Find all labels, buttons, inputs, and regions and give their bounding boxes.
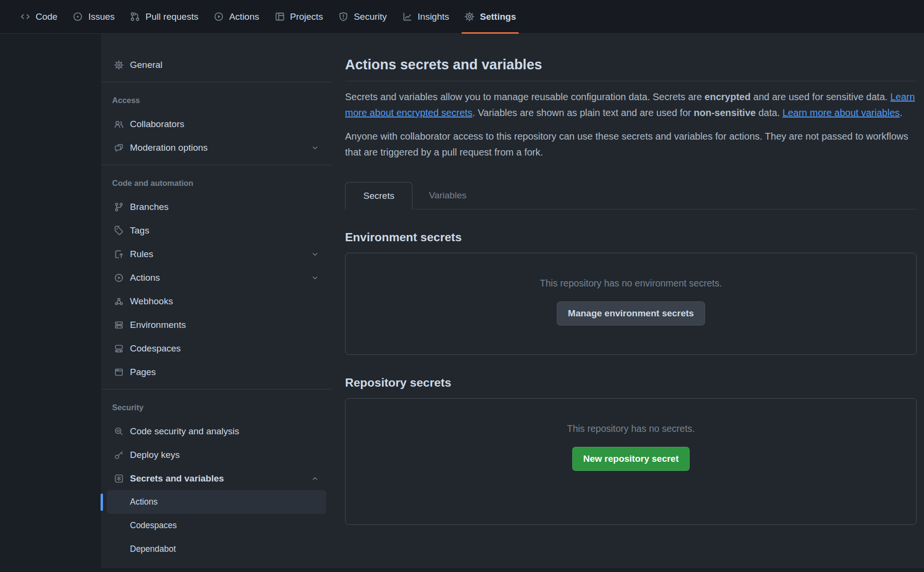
- sidebar-item-label: Webhooks: [130, 296, 173, 307]
- sidebar-item-rules[interactable]: Rules: [101, 242, 332, 266]
- secrets-variables-tablist: Secrets Variables: [345, 182, 917, 209]
- nav-tab-label: Security: [354, 12, 387, 22]
- sidebar-subitem-codespaces[interactable]: Codespaces: [107, 514, 326, 537]
- sidebar-item-codespaces[interactable]: Codespaces: [101, 337, 332, 360]
- gear-icon: [464, 12, 475, 22]
- paragraph-text: Secrets and variables allow you to manag…: [345, 91, 705, 102]
- tab-label: Variables: [429, 190, 466, 201]
- sidebar-item-label: Pages: [130, 367, 156, 377]
- sidebar-item-label: Secrets and variables: [130, 473, 224, 484]
- paragraph-text: .: [900, 107, 903, 118]
- codescan-icon: [114, 427, 124, 436]
- intro-paragraph: Secrets and variables allow you to manag…: [345, 89, 917, 121]
- sidebar-item-label: Deploy keys: [130, 450, 180, 460]
- chevron-down-icon: [311, 143, 319, 152]
- rules-icon: [114, 249, 124, 259]
- people-icon: [114, 119, 124, 129]
- emphasized-text: encrypted: [705, 91, 751, 102]
- tab-label: Secrets: [363, 191, 394, 201]
- sidebar-item-label: General: [130, 60, 163, 70]
- tag-icon: [114, 226, 124, 235]
- sidebar-item-environments[interactable]: Environments: [101, 313, 332, 337]
- nav-tab-label: Settings: [480, 12, 516, 22]
- sidebar-divider: [102, 165, 331, 165]
- sidebar-subitem-dependabot[interactable]: Dependabot: [107, 537, 326, 561]
- main-content: Actions secrets and variables Secrets an…: [345, 34, 917, 525]
- manage-environment-secrets-button[interactable]: Manage environment secrets: [557, 301, 705, 325]
- nav-tab-settings[interactable]: Settings: [457, 0, 524, 33]
- sidebar-item-label: Actions: [130, 273, 160, 283]
- sidebar-item-label: Moderation options: [130, 143, 208, 153]
- sidebar-item-label: Codespaces: [130, 343, 181, 354]
- asterisk-box-icon: [114, 474, 124, 483]
- sidebar-item-label: Tags: [130, 225, 149, 236]
- page-title: Actions secrets and variables: [345, 57, 917, 73]
- nav-tab-code[interactable]: Code: [13, 0, 65, 33]
- sidebar-item-secrets-and-variables[interactable]: Secrets and variables: [101, 467, 332, 490]
- sidebar-subitem-label: Codespaces: [130, 520, 177, 531]
- sidebar-item-tags[interactable]: Tags: [101, 219, 332, 242]
- sidebar-item-label: Branches: [130, 202, 168, 212]
- sidebar-item-deploy-keys[interactable]: Deploy keys: [101, 443, 332, 467]
- issue-opened-icon: [73, 12, 83, 22]
- chevron-down-icon: [311, 250, 319, 258]
- code-icon: [20, 12, 30, 22]
- repository-secrets-panel: This repository has no secrets. New repo…: [345, 398, 917, 525]
- nav-tab-security[interactable]: Security: [331, 0, 395, 33]
- nav-tab-projects[interactable]: Projects: [267, 0, 331, 33]
- sidebar-item-code-security-and-analysis[interactable]: Code security and analysis: [101, 419, 332, 443]
- sidebar-item-general[interactable]: General: [101, 53, 332, 77]
- sidebar-item-moderation-options[interactable]: Moderation options: [101, 136, 332, 159]
- sidebar-subitem-actions[interactable]: Actions: [107, 490, 326, 514]
- sidebar-subitem-label: Dependabot: [130, 544, 176, 554]
- sidebar-item-branches[interactable]: Branches: [101, 195, 332, 219]
- tab-secrets[interactable]: Secrets: [345, 182, 412, 209]
- sidebar-item-label: Code security and analysis: [130, 426, 239, 437]
- nav-tab-label: Projects: [290, 12, 323, 22]
- repo-tab-bar: Code Issues Pull requests Actions Projec…: [0, 0, 924, 34]
- git-branch-icon: [114, 202, 124, 212]
- nav-tab-label: Actions: [229, 12, 259, 22]
- comment-discussion-icon: [114, 143, 124, 153]
- nav-tab-actions[interactable]: Actions: [206, 0, 267, 33]
- repository-secrets-empty-text: This repository has no secrets.: [346, 423, 916, 434]
- sidebar-subitem-label: Actions: [130, 497, 157, 507]
- gear-icon: [114, 60, 124, 70]
- nav-tab-pull-requests[interactable]: Pull requests: [122, 0, 206, 33]
- codespaces-icon: [114, 344, 124, 353]
- sidebar-item-collaborators[interactable]: Collaborators: [101, 112, 332, 136]
- sidebar-divider: [102, 389, 331, 390]
- sidebar-divider: [102, 82, 331, 82]
- nav-tab-label: Issues: [88, 12, 115, 22]
- browser-icon: [114, 367, 124, 377]
- sidebar-item-webhooks[interactable]: Webhooks: [101, 289, 332, 313]
- inline-link[interactable]: Learn more about variables: [783, 107, 899, 118]
- tab-variables[interactable]: Variables: [412, 182, 483, 209]
- environment-secrets-heading: Environment secrets: [345, 231, 917, 244]
- key-icon: [114, 450, 124, 460]
- nav-tab-issues[interactable]: Issues: [65, 0, 122, 33]
- nav-tab-label: Insights: [418, 12, 449, 22]
- play-icon: [114, 273, 124, 283]
- sidebar-item-actions[interactable]: Actions: [101, 266, 332, 289]
- sidebar-item-label: Environments: [130, 320, 186, 330]
- nav-tab-label: Code: [36, 12, 57, 22]
- paragraph-text: . Variables are shown as plain text and …: [473, 107, 694, 118]
- webhook-icon: [114, 297, 124, 306]
- sidebar-item-label: Rules: [130, 249, 154, 260]
- settings-sidebar: General Access Collaborators Moderation …: [101, 53, 332, 561]
- emphasized-text: non-sensitive: [694, 107, 756, 118]
- table-icon: [275, 12, 285, 22]
- paragraph-text: and are used for sensitive data.: [751, 91, 890, 102]
- environment-secrets-empty-text: This repository has no environment secre…: [346, 278, 916, 289]
- nav-tab-insights[interactable]: Insights: [395, 0, 457, 33]
- sidebar-section-title-security: Security: [112, 403, 332, 412]
- collaborator-paragraph: Anyone with collaborator access to this …: [345, 129, 917, 160]
- sidebar-section-title-code-and-automation: Code and automation: [112, 179, 332, 188]
- nav-tab-label: Pull requests: [145, 12, 198, 22]
- page: Code Issues Pull requests Actions Projec…: [0, 0, 924, 572]
- new-repository-secret-button[interactable]: New repository secret: [572, 447, 690, 471]
- repository-secrets-heading: Repository secrets: [345, 376, 917, 390]
- sidebar-section-title-access: Access: [112, 96, 332, 105]
- sidebar-item-pages[interactable]: Pages: [101, 360, 332, 384]
